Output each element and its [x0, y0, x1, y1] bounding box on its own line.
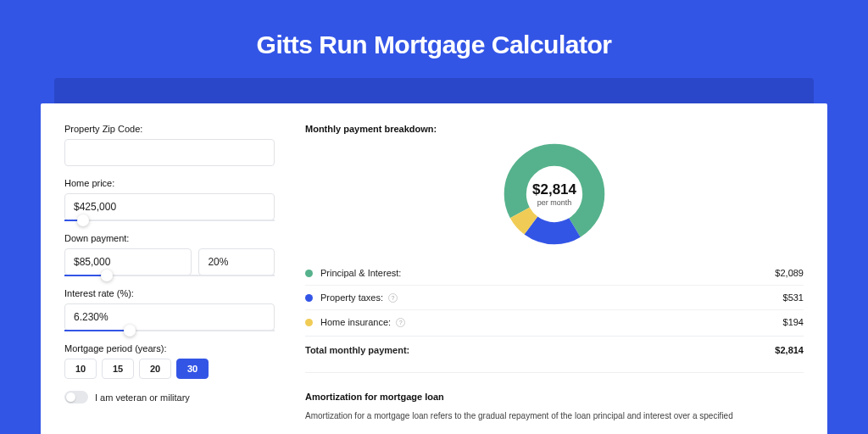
period-btn-30[interactable]: 30	[176, 359, 209, 379]
rate-group: Interest rate (%):	[64, 288, 275, 331]
rate-input[interactable]	[64, 303, 275, 331]
donut-chart: $2,814 per month	[503, 142, 606, 246]
veteran-row: I am veteran or military	[64, 391, 275, 403]
legend-label: Property taxes:	[320, 292, 383, 303]
card-shadow	[54, 78, 814, 103]
legend-label: Principal & Interest:	[320, 268, 401, 278]
rate-label: Interest rate (%):	[64, 288, 275, 298]
donut-center: $2,814 per month	[503, 142, 606, 246]
zip-label: Property Zip Code:	[64, 124, 275, 134]
rate-slider-fill	[64, 330, 130, 331]
form-panel: Property Zip Code: Home price: Down paym…	[41, 103, 295, 434]
down-percent-input[interactable]	[198, 248, 275, 275]
down-label: Down payment:	[64, 233, 275, 243]
amortization-title: Amortization for mortgage loan	[305, 392, 804, 402]
rate-slider[interactable]	[64, 330, 275, 331]
donut-amount: $2,814	[532, 181, 576, 198]
yellow-dot-icon	[305, 319, 313, 326]
period-btn-20[interactable]: 20	[139, 359, 171, 379]
legend-value: $194	[783, 317, 804, 327]
period-buttons: 10152030	[64, 359, 275, 379]
amortization-text: Amortization for a mortgage loan refers …	[305, 410, 804, 422]
price-group: Home price:	[64, 178, 275, 221]
help-icon[interactable]: ?	[388, 293, 398, 303]
donut-chart-wrap: $2,814 per month	[305, 142, 804, 246]
period-btn-10[interactable]: 10	[64, 359, 97, 379]
legend-row: Principal & Interest:$2,089	[305, 261, 804, 286]
price-slider[interactable]	[64, 220, 275, 221]
help-icon[interactable]: ?	[396, 318, 405, 327]
total-label: Total monthly payment:	[305, 345, 409, 355]
legend-row: Property taxes:?$531	[305, 286, 804, 310]
legend-value: $531	[783, 292, 804, 303]
total-value: $2,814	[775, 345, 804, 355]
donut-sub: per month	[537, 198, 572, 207]
total-row: Total monthly payment: $2,814	[305, 336, 804, 365]
calculator-card: Property Zip Code: Home price: Down paym…	[41, 103, 827, 434]
blue-dot-icon	[305, 294, 313, 302]
zip-group: Property Zip Code:	[64, 124, 275, 166]
period-btn-15[interactable]: 15	[102, 359, 134, 379]
legend-row: Home insurance:?$194	[305, 310, 804, 334]
price-label: Home price:	[64, 178, 275, 188]
down-slider-thumb[interactable]	[101, 270, 113, 281]
veteran-toggle[interactable]	[64, 391, 88, 403]
green-dot-icon	[305, 270, 313, 277]
breakdown-title: Monthly payment breakdown:	[305, 124, 804, 134]
period-group: Mortgage period (years): 10152030	[64, 343, 275, 379]
price-slider-thumb[interactable]	[77, 214, 89, 226]
veteran-label: I am veteran or military	[95, 392, 190, 403]
amortization-section: Amortization for mortgage loan Amortizat…	[305, 372, 804, 422]
rate-slider-thumb[interactable]	[124, 325, 136, 337]
zip-input[interactable]	[64, 139, 275, 166]
period-label: Mortgage period (years):	[64, 343, 275, 353]
legend-label: Home insurance:	[320, 317, 391, 327]
down-slider[interactable]	[64, 275, 275, 276]
legend-list: Principal & Interest:$2,089Property taxe…	[305, 261, 804, 334]
results-panel: Monthly payment breakdown: $2,814 per mo…	[295, 103, 827, 434]
price-input[interactable]	[64, 193, 275, 220]
legend-value: $2,089	[775, 268, 804, 278]
down-amount-input[interactable]	[64, 248, 192, 275]
down-group: Down payment:	[64, 233, 275, 276]
page-title: Gitts Run Mortgage Calculator	[41, 31, 827, 59]
